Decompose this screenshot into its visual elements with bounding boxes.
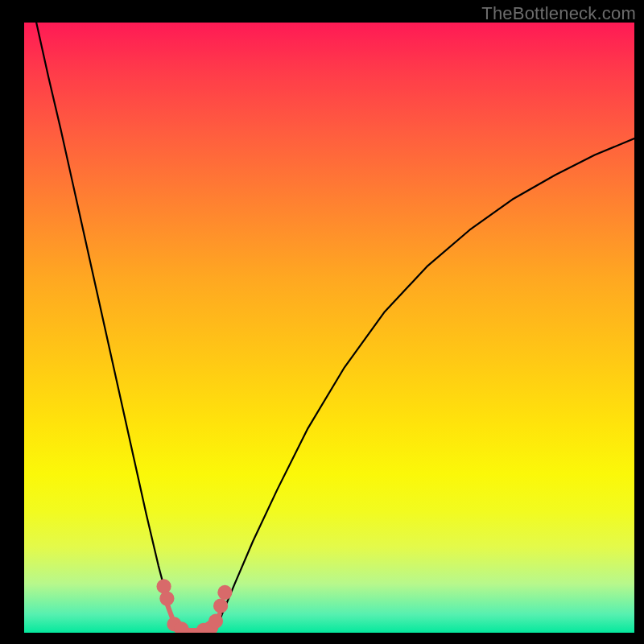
- marker-bead: [208, 614, 223, 629]
- chart-svg: [24, 23, 634, 633]
- marker-bead: [159, 591, 174, 605]
- chart-frame: TheBottleneck.com: [0, 0, 644, 644]
- plot-area: [24, 23, 634, 633]
- marker-bead: [213, 599, 228, 613]
- marker-bead: [217, 585, 232, 600]
- watermark-label: TheBottleneck.com: [481, 3, 636, 24]
- series-left-branch: [36, 23, 174, 630]
- marker-bead: [156, 579, 171, 593]
- series-right-branch: [217, 138, 634, 630]
